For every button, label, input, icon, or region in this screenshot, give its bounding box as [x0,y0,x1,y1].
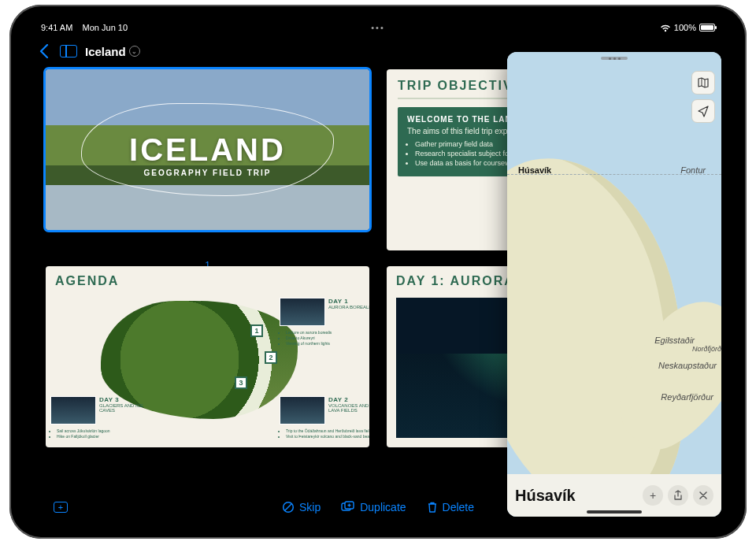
map-label-egilsstadir: Egilsstaðir [654,336,695,345]
slide-1[interactable]: ICELAND GEOGRAPHY FIELD TRIP [46,69,369,230]
duplicate-icon [341,501,355,513]
maps-close-button[interactable] [693,485,713,506]
slide-3[interactable]: AGENDA 1 2 3 DAY 1 AURORA BOREALIS Lectu… [46,266,369,447]
status-left: 9:41 AM Mon Jun 10 [41,23,128,32]
map-label-neskaup: Neskaupstaður [658,361,717,370]
slide-3-content: AGENDA 1 2 3 DAY 1 AURORA BOREALIS Lectu… [46,266,369,299]
plus-icon: + [650,489,656,502]
status-time: 9:41 AM [41,23,72,32]
svg-line-1 [284,504,291,511]
maps-share-button[interactable] [668,485,688,506]
skip-button[interactable]: Skip [282,501,321,513]
agenda-day-2: DAY 2 VOLCANOES AND LAVA FIELDS Trip to … [280,396,369,439]
agenda-day3-i2: Hike on Falljökull glacier [57,434,145,439]
delete-label: Delete [443,501,474,513]
slide-1-title: ICELAND [129,132,286,168]
sidebar-toggle-icon[interactable] [60,45,77,57]
multitask-dots[interactable]: ••• [371,23,385,32]
chevron-down-icon: ⌄ [129,46,140,57]
agenda-day1-i3: Viewing of northern lights [286,341,369,346]
agenda-day2-i2: Visit to Þeistareykir volcano and black-… [286,434,369,439]
locate-button[interactable] [691,99,715,123]
share-icon [673,490,683,501]
agenda-day-3: DAY 3 GLACIERS AND ICE CAVES Sail across… [50,396,145,439]
skip-label: Skip [299,501,321,513]
map-canvas[interactable]: Húsavík Fontur Egilsstaðir Neskaupstaður… [507,52,721,517]
battery-icon [699,24,715,32]
maps-add-button[interactable]: + [643,485,663,506]
map-controls [691,71,715,123]
slide-1-subtitle: GEOGRAPHY FIELD TRIP [143,169,271,177]
agenda-day1-thumb [280,298,325,326]
agenda-day2-thumb [280,396,325,425]
wifi-icon [660,24,671,32]
document-title-text: Iceland [85,45,126,58]
slideover-home-indicator[interactable] [587,510,642,513]
maps-place-title: Húsavík [515,487,638,505]
status-right: 100% [660,23,715,32]
slide-3-heading: AGENDA [55,274,360,291]
add-slide-button[interactable]: + [54,502,68,513]
location-arrow-icon [697,105,710,117]
back-button[interactable] [36,41,52,61]
document-title[interactable]: Iceland ⌄ [85,45,140,58]
delete-button[interactable]: Delete [427,501,474,513]
agenda-day3-thumb [50,396,96,425]
status-bar: 9:41 AM Mon Jun 10 ••• 100% [24,19,732,36]
maps-slideover[interactable]: Húsavík Fontur Egilsstaðir Neskaupstaður… [507,52,721,517]
slideover-grabber[interactable] [601,57,628,60]
agenda-day3-i1: Sail across Jökulsárlón lagoon [57,428,145,433]
agenda-day2-i1: Trip to the Ódáðahraun and Herðubreið la… [286,428,369,433]
agenda-day1-i2: Drive to Akureyri [286,336,369,340]
map-label-nord: Norðfjörður [692,345,721,353]
ipad-frame: 9:41 AM Mon Jun 10 ••• 100% Iceland ⌄ [9,5,747,539]
agenda-day-1: DAY 1 AURORA BOREALIS Lecture on aurora … [280,298,369,347]
agenda-day1-i1: Lecture on aurora borealis [286,330,369,335]
agenda-pin-1: 1 [250,324,263,337]
duplicate-label: Duplicate [360,501,406,513]
map-label-fontur: Fontur [680,165,706,175]
plus-icon: + [54,502,68,513]
slide-1-cover: ICELAND GEOGRAPHY FIELD TRIP [46,69,369,230]
slide-1-wrap: ICELAND GEOGRAPHY FIELD TRIP 1 [46,69,369,250]
map-label-reydar: Reyðarfjörður [661,392,713,402]
map-label-husavik: Húsavík [518,165,551,175]
trash-icon [427,501,438,513]
status-date: Mon Jun 10 [83,23,128,32]
agenda-pin-3: 3 [235,376,247,389]
map-mode-button[interactable] [691,71,715,95]
map-icon [697,76,710,89]
battery-pct: 100% [674,23,696,32]
screen: 9:41 AM Mon Jun 10 ••• 100% Iceland ⌄ [24,19,732,525]
agenda-pin-2: 2 [265,351,277,364]
duplicate-button[interactable]: Duplicate [341,501,406,513]
skip-icon [282,501,295,513]
close-icon [699,491,707,499]
